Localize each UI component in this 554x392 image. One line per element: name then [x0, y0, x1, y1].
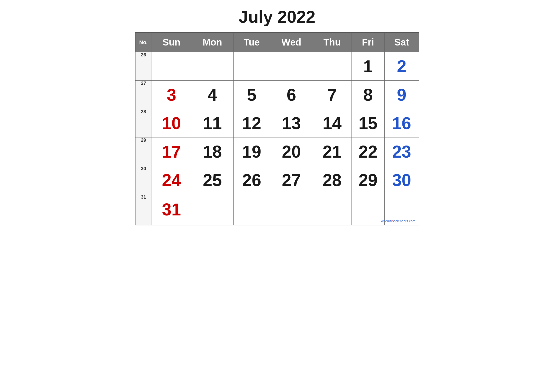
- day-number: 18: [191, 137, 233, 166]
- header-sat: Sat: [385, 33, 419, 52]
- day-cell: 19: [234, 137, 270, 166]
- day-cell: [234, 194, 270, 225]
- watermark-link[interactable]: whenisiscalendars.com: [381, 219, 416, 223]
- day-cell: 27: [270, 166, 313, 194]
- day-cell: 13: [270, 109, 313, 137]
- week-number: 26: [135, 52, 152, 81]
- day-cell: 14: [313, 109, 352, 137]
- day-number: 27: [270, 166, 313, 194]
- day-number: 11: [191, 109, 233, 137]
- week-number: 29: [135, 137, 152, 166]
- week-row: 2810111213141516: [135, 109, 419, 137]
- day-number: 10: [152, 109, 191, 137]
- week-number: 27: [135, 81, 152, 109]
- day-cell: [313, 194, 352, 225]
- day-cell: 28: [313, 166, 352, 194]
- week-row: 2917181920212223: [135, 137, 419, 166]
- day-number: 12: [234, 109, 270, 137]
- day-cell: 31: [152, 194, 191, 225]
- day-cell: [313, 52, 352, 81]
- week-row: 3131whenisiscalendars.com: [135, 194, 419, 225]
- day-cell: [191, 194, 233, 225]
- day-number: 26: [234, 166, 270, 194]
- day-number: 29: [352, 166, 384, 194]
- day-cell: whenisiscalendars.com: [385, 194, 419, 225]
- day-number: 20: [270, 137, 313, 166]
- day-number: 19: [234, 137, 270, 166]
- day-cell: 18: [191, 137, 233, 166]
- day-cell: 21: [313, 137, 352, 166]
- day-number: [191, 194, 233, 225]
- day-cell: 1: [352, 52, 385, 81]
- day-number: 22: [352, 137, 384, 166]
- day-cell: 24: [152, 166, 191, 194]
- day-number: 16: [385, 109, 419, 137]
- day-cell: 30: [385, 166, 419, 194]
- day-number: 5: [234, 81, 270, 109]
- day-cell: 20: [270, 137, 313, 166]
- watermark: whenisiscalendars.com: [379, 218, 417, 224]
- day-cell: 23: [385, 137, 419, 166]
- day-cell: 22: [352, 137, 385, 166]
- day-number: [234, 52, 270, 80]
- day-number: [270, 194, 313, 225]
- day-number: [313, 52, 351, 80]
- day-cell: [270, 194, 313, 225]
- calendar-table: No. Sun Mon Tue Wed Thu Fri Sat 26122734…: [135, 32, 419, 225]
- day-number: 25: [191, 166, 233, 194]
- day-number: 28: [313, 166, 351, 194]
- day-number: 30: [385, 166, 419, 194]
- header-mon: Mon: [191, 33, 233, 52]
- week-number: 28: [135, 109, 152, 137]
- day-cell: [152, 52, 191, 81]
- day-cell: 2: [385, 52, 419, 81]
- day-cell: 25: [191, 166, 233, 194]
- day-cell: 16: [385, 109, 419, 137]
- day-cell: 12: [234, 109, 270, 137]
- day-number: 4: [191, 81, 233, 109]
- week-number: 30: [135, 166, 152, 194]
- day-cell: 11: [191, 109, 233, 137]
- day-number: 6: [270, 81, 313, 109]
- day-cell: 8: [352, 81, 385, 109]
- day-cell: [234, 52, 270, 81]
- day-number: 24: [152, 166, 191, 194]
- header-no: No.: [135, 33, 152, 52]
- day-number: 9: [385, 81, 419, 109]
- header-fri: Fri: [352, 33, 385, 52]
- calendar-title: July 2022: [135, 7, 419, 27]
- day-number: [234, 194, 270, 225]
- header-thu: Thu: [313, 33, 352, 52]
- week-row: 3024252627282930: [135, 166, 419, 194]
- day-number: 17: [152, 137, 191, 166]
- day-number: 3: [152, 81, 191, 109]
- week-row: 273456789: [135, 81, 419, 109]
- day-number: 15: [352, 109, 384, 137]
- header-sun: Sun: [152, 33, 191, 52]
- day-number: [191, 52, 233, 80]
- day-number: [152, 52, 191, 80]
- day-number: 1: [352, 52, 384, 80]
- day-cell: 29: [352, 166, 385, 194]
- header-row: No. Sun Mon Tue Wed Thu Fri Sat: [135, 33, 419, 52]
- day-number: 31: [152, 194, 191, 225]
- day-number: [270, 52, 313, 80]
- day-cell: 4: [191, 81, 233, 109]
- day-cell: 26: [234, 166, 270, 194]
- day-number: 8: [352, 81, 384, 109]
- day-cell: 10: [152, 109, 191, 137]
- day-cell: [270, 52, 313, 81]
- day-cell: 7: [313, 81, 352, 109]
- day-cell: [191, 52, 233, 81]
- header-wed: Wed: [270, 33, 313, 52]
- day-number: 23: [385, 137, 419, 166]
- week-number: 31: [135, 194, 152, 225]
- header-tue: Tue: [234, 33, 270, 52]
- day-number: 13: [270, 109, 313, 137]
- day-number: 14: [313, 109, 351, 137]
- day-cell: 3: [152, 81, 191, 109]
- day-cell: 5: [234, 81, 270, 109]
- calendar-container: July 2022 No. Sun Mon Tue Wed Thu Fri Sa…: [135, 7, 419, 225]
- day-cell: 6: [270, 81, 313, 109]
- day-cell: 9: [385, 81, 419, 109]
